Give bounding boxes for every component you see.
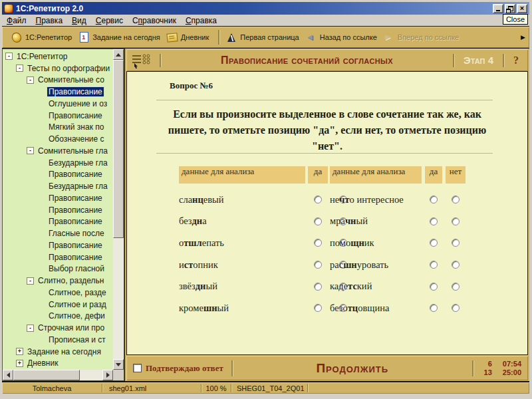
- toolbar-overflow-arrow[interactable]: ▶: [521, 34, 525, 41]
- scroll-right-button[interactable]: [102, 370, 113, 380]
- radio-yes[interactable]: [430, 304, 438, 312]
- column-header-yes: да: [425, 166, 442, 184]
- menu-item-4[interactable]: Сервис: [91, 15, 128, 26]
- no-radio-cell: [446, 239, 466, 247]
- collapse-icon[interactable]: -: [27, 277, 34, 285]
- radio-yes[interactable]: [430, 239, 438, 247]
- tree-item[interactable]: Безударные гла: [3, 157, 113, 169]
- forward-button: Вперед по ссылке: [384, 32, 459, 43]
- radio-yes[interactable]: [430, 217, 438, 225]
- status-zoom: 100 %: [201, 382, 231, 394]
- tree-item[interactable]: Мягкий знак по: [3, 122, 113, 134]
- no-radio-cell: [446, 304, 466, 312]
- radio-yes[interactable]: [430, 283, 438, 291]
- tree-item[interactable]: Слитное и разд: [3, 299, 113, 311]
- minimize-button[interactable]: [493, 4, 503, 13]
- toolbar-button-label: 1С:Репетитор: [25, 33, 72, 41]
- radio-yes[interactable]: [314, 261, 322, 269]
- title-bar: 1С:Репетитор 2.0 ×: [2, 2, 529, 15]
- collapse-icon[interactable]: -: [5, 53, 13, 60]
- tree-item[interactable]: Правописание: [3, 86, 113, 98]
- radio-no[interactable]: [452, 261, 460, 269]
- menu-item-2[interactable]: Правка: [31, 15, 68, 26]
- tree-item[interactable]: Слитное, дефи: [3, 311, 113, 323]
- confirm-label[interactable]: Подтверждаю ответ: [146, 363, 223, 374]
- tree-item-label: Правописание: [47, 170, 104, 179]
- collapse-icon[interactable]: -: [27, 76, 34, 84]
- tree-item[interactable]: Правописание: [3, 251, 113, 263]
- tree-item[interactable]: Гласные после: [3, 227, 113, 239]
- tree-item[interactable]: Слитное, разде: [3, 287, 113, 299]
- menu-item-5[interactable]: Справочник: [128, 15, 181, 26]
- continue-button[interactable]: Продолжить: [241, 361, 464, 376]
- radio-yes[interactable]: [314, 217, 322, 225]
- restore-button[interactable]: [505, 4, 515, 13]
- calendar-button[interactable]: Задание на сегодня: [78, 32, 160, 43]
- radio-no[interactable]: [452, 283, 460, 291]
- tree-item[interactable]: Правописание: [3, 239, 113, 251]
- tree-item[interactable]: Правописание: [3, 216, 113, 228]
- radio-no[interactable]: [452, 196, 460, 203]
- first-page-button[interactable]: Первая страница: [226, 32, 299, 43]
- tree-horizontal-scrollbar[interactable]: [3, 370, 113, 380]
- expand-icon[interactable]: +: [16, 348, 23, 355]
- menu-item-3[interactable]: Вид: [67, 15, 91, 26]
- time-current: 07:54: [503, 360, 521, 368]
- tree-item[interactable]: -Сомнительные со: [3, 74, 113, 86]
- tree-vertical-scrollbar[interactable]: [113, 49, 124, 370]
- radio-yes[interactable]: [430, 196, 438, 203]
- tree-item[interactable]: Выбор гласной: [3, 263, 113, 275]
- tree-item[interactable]: Обозначение с: [3, 133, 113, 145]
- back-button[interactable]: Назад по ссылке: [306, 32, 377, 43]
- help-button[interactable]: ?: [509, 55, 523, 66]
- yes-radio-cell: [425, 304, 442, 312]
- tree-item[interactable]: -Сомнительные гла: [3, 145, 113, 157]
- word-cell: помощник: [330, 237, 422, 249]
- close-icon: ×: [520, 5, 524, 12]
- tree-item[interactable]: -Тесты по орфографии: [3, 63, 113, 74]
- no-radio-cell: [446, 217, 466, 225]
- collapse-icon[interactable]: -: [27, 147, 34, 154]
- tree-item[interactable]: Правописание: [3, 204, 113, 216]
- repetitor-button[interactable]: 1С:Репетитор: [11, 32, 72, 43]
- tree-item[interactable]: -Строчная или про: [3, 322, 113, 334]
- radio-yes[interactable]: [314, 196, 322, 203]
- minimize-icon: [496, 10, 500, 11]
- radio-no[interactable]: [452, 239, 460, 247]
- scroll-down-button[interactable]: [113, 359, 124, 370]
- radio-no[interactable]: [452, 217, 460, 225]
- collapse-icon[interactable]: -: [27, 325, 34, 332]
- horizontal-scroll-thumb[interactable]: [13, 370, 80, 380]
- confirm-checkbox[interactable]: [133, 364, 142, 372]
- tree-item-label: 1С:Репетитор: [15, 52, 69, 61]
- scroll-up-button[interactable]: [113, 49, 124, 60]
- tree-item[interactable]: -1С:Репетитор: [3, 51, 113, 63]
- tree-item[interactable]: +Дневник: [3, 358, 113, 370]
- tree-item[interactable]: -Слитно, раздельн: [3, 275, 113, 287]
- tree-item[interactable]: Правописание: [3, 110, 113, 122]
- menu-item-6[interactable]: Справка: [181, 15, 221, 26]
- collapse-icon[interactable]: -: [16, 65, 23, 72]
- radio-yes[interactable]: [314, 283, 322, 291]
- tree-item[interactable]: Безударные гла: [3, 180, 113, 192]
- question-list-icon[interactable]: [132, 53, 154, 68]
- tree-item[interactable]: Прописная и ст: [3, 334, 113, 346]
- tree-item[interactable]: Оглушение и оз: [3, 98, 113, 110]
- tree-item[interactable]: Правописание: [3, 169, 113, 181]
- vertical-scroll-thumb[interactable]: [113, 60, 124, 238]
- word-cell: кромешный: [179, 303, 305, 314]
- radio-yes[interactable]: [430, 261, 438, 269]
- radio-yes[interactable]: [314, 239, 322, 247]
- yes-radio-cell: [425, 239, 442, 247]
- word-cell: бездна: [179, 215, 305, 227]
- menu-item-1[interactable]: Файл: [2, 15, 31, 26]
- expand-icon[interactable]: +: [16, 360, 23, 367]
- diary-button[interactable]: Дневник: [167, 32, 209, 43]
- close-button[interactable]: ×: [517, 4, 527, 13]
- scroll-left-button[interactable]: [3, 370, 13, 380]
- radio-yes[interactable]: [314, 304, 322, 312]
- tree-item-label: Слитное, дефи: [47, 311, 106, 321]
- tree-item[interactable]: Правописание: [3, 192, 113, 204]
- tree-item[interactable]: +Задание на сегодня: [3, 346, 113, 358]
- radio-no[interactable]: [452, 304, 460, 312]
